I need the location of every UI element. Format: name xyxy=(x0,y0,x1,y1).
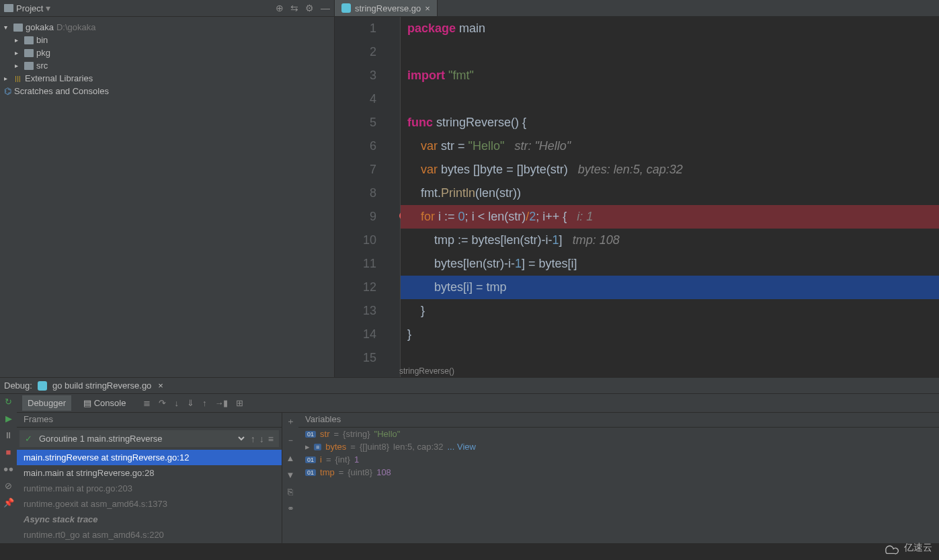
remove-watch-icon[interactable]: － xyxy=(286,434,295,446)
view-link[interactable]: ... View xyxy=(448,442,476,452)
prev-frame-icon[interactable]: ↑ xyxy=(251,434,255,444)
debug-config[interactable]: go build stringReverse.go xyxy=(52,381,151,391)
add-watch-icon[interactable]: ＋ xyxy=(286,415,295,428)
line-num[interactable]: 1 xyxy=(335,17,376,40)
variables-panel: ＋ － ▲ ▼ ⎘ ⚭ Variables 01str= {string} "H… xyxy=(282,413,939,543)
frame-row[interactable]: main.stringReverse at stringReverse.go:1… xyxy=(17,450,282,465)
project-dropdown-icon[interactable]: ▾ xyxy=(46,3,50,13)
mute-icon[interactable]: ⊘ xyxy=(5,481,12,491)
down-icon[interactable]: ▼ xyxy=(286,470,295,480)
expand-icon[interactable]: ▾ xyxy=(4,24,11,31)
frame-row[interactable]: runtime.goexit at asm_amd64.s:1373 xyxy=(17,496,282,512)
tree-item-bin[interactable]: ▸bin xyxy=(0,34,334,46)
force-step-icon[interactable]: ⇓ xyxy=(187,398,194,408)
rerun-icon[interactable]: ↻ xyxy=(5,397,12,407)
code[interactable]: package main import "fmt" func stringRev… xyxy=(401,17,939,377)
async-header: Async stack trace xyxy=(17,512,282,527)
var-row[interactable]: 01str= {string} "Hello" xyxy=(298,428,939,440)
scratches[interactable]: ⌬Scratches and Consoles xyxy=(0,85,334,97)
close-tab-icon[interactable]: × xyxy=(425,3,430,13)
project-sidebar: Project ▾ ⊕ ⇆ ⚙ — ▾ gokaka D:\gokaka ▸bi… xyxy=(0,0,335,377)
frames-panel: Frames ✓ Goroutine 1 main.stringReverse … xyxy=(17,413,282,543)
library-icon: ⫼ xyxy=(13,73,22,83)
line-num[interactable]: 11 xyxy=(335,252,376,276)
run-to-cursor-icon[interactable]: →▮ xyxy=(214,398,228,408)
step-into-icon[interactable]: ↷ xyxy=(159,398,166,408)
breadcrumb[interactable]: stringReverse() xyxy=(399,365,454,377)
up-icon[interactable]: ▲ xyxy=(286,453,295,463)
pin-icon[interactable]: 📌 xyxy=(3,497,14,508)
tree-root[interactable]: ▾ gokaka D:\gokaka xyxy=(0,21,334,34)
goroutine-selector[interactable]: ✓ Goroutine 1 main.stringReverse ↑ ↓ ≡ xyxy=(19,430,279,447)
debug-toolbar: ↻ ▶ ⏸ ■ ●● ⊘ 📌 xyxy=(0,394,17,543)
line-num[interactable]: 9 xyxy=(335,205,376,229)
var-row[interactable]: 01i= {int} 1 xyxy=(298,453,939,466)
debugger-tab[interactable]: Debugger xyxy=(22,395,71,411)
var-badge: 01 xyxy=(305,469,316,476)
goroutine-select[interactable]: Goroutine 1 main.stringReverse xyxy=(36,433,247,444)
expand-icon[interactable]: ▸ xyxy=(15,62,22,69)
line-num[interactable]: 4 xyxy=(335,87,376,111)
line-num[interactable]: 13 xyxy=(335,299,376,323)
line-num[interactable]: 7 xyxy=(335,158,376,182)
close-debug-icon[interactable]: × xyxy=(158,381,163,391)
debug-panel: ↻ ▶ ⏸ ■ ●● ⊘ 📌 Debugger ▤ Console ≣ ↷ ↓ … xyxy=(0,394,939,543)
vars-title: Variables xyxy=(298,413,939,428)
filter-icon[interactable]: ≡ xyxy=(268,434,274,444)
line-num[interactable]: 15 xyxy=(335,346,376,370)
pause-icon[interactable]: ⏸ xyxy=(4,430,13,440)
evaluate-icon[interactable]: ⊞ xyxy=(236,398,243,408)
project-tree: ▾ gokaka D:\gokaka ▸bin ▸pkg ▸src ▸⫼Exte… xyxy=(0,17,334,102)
frame-row[interactable]: runtime.main at proc.go:203 xyxy=(17,481,282,496)
expand-icon[interactable]: ▸ xyxy=(15,36,22,44)
breakpoints-icon[interactable]: ●● xyxy=(3,464,14,474)
frame-row[interactable]: runtime.rt0_go at asm_amd64.s:220 xyxy=(17,527,282,543)
line-num[interactable]: 14 xyxy=(335,323,376,346)
line-num[interactable]: 12 xyxy=(335,276,376,299)
vars-toolbar: ＋ － ▲ ▼ ⎘ ⚭ xyxy=(282,413,298,543)
stop-icon[interactable]: ■ xyxy=(6,447,11,457)
folder-icon xyxy=(24,62,34,70)
tree-item-pkg[interactable]: ▸pkg xyxy=(0,46,334,59)
locate-icon[interactable]: ⊕ xyxy=(276,3,284,13)
expand-icon[interactable]: ▸ xyxy=(15,49,22,56)
resume-icon[interactable]: ▶ xyxy=(5,413,12,424)
line-num[interactable]: 10 xyxy=(335,229,376,252)
gutter[interactable]: 1 2 3 4 5 6 7 8 9 10 11 12 13 14 15 xyxy=(335,17,389,377)
step-out-icon[interactable]: ↑ xyxy=(202,398,207,408)
line-num[interactable]: 6 xyxy=(335,134,376,158)
var-row[interactable]: ▸≡bytes= {[]uint8} len:5, cap:32... View xyxy=(298,440,939,453)
editor-tab[interactable]: stringReverse.go × xyxy=(335,0,438,16)
gear-icon[interactable]: ⚙ xyxy=(305,3,314,13)
scratch-icon: ⌬ xyxy=(4,86,11,96)
line-num[interactable]: 5 xyxy=(335,111,376,134)
frames-title: Frames xyxy=(17,413,282,428)
check-icon: ✓ xyxy=(25,434,32,444)
sidebar-header: Project ▾ ⊕ ⇆ ⚙ — xyxy=(0,0,334,17)
debug-tabs: Debugger ▤ Console ≣ ↷ ↓ ⇓ ↑ →▮ ⊞ xyxy=(17,394,939,413)
var-row[interactable]: 01tmp= {uint8} 108 xyxy=(298,466,939,479)
expand-icon[interactable]: ▸ xyxy=(4,75,11,82)
copy-icon[interactable]: ⎘ xyxy=(288,487,293,497)
root-path: D:\gokaka xyxy=(56,22,96,32)
frame-row[interactable]: main.main at stringReverse.go:28 xyxy=(17,465,282,481)
step-in-icon[interactable]: ↓ xyxy=(174,398,179,408)
debug-bar: Debug: go build stringReverse.go × xyxy=(0,377,939,394)
external-libraries[interactable]: ▸⫼External Libraries xyxy=(0,72,334,85)
link-icon[interactable]: ⚭ xyxy=(287,504,294,514)
folder-icon xyxy=(24,49,34,57)
root-name: gokaka xyxy=(26,22,54,32)
line-num[interactable]: 2 xyxy=(335,40,376,64)
code-area[interactable]: 1 2 3 4 5 6 7 8 9 10 11 12 13 14 15 pack… xyxy=(335,17,939,377)
expand-icon[interactable]: ▸ xyxy=(305,442,310,452)
editor: stringReverse.go × 1 2 3 4 5 6 7 8 9 10 … xyxy=(335,0,939,377)
next-frame-icon[interactable]: ↓ xyxy=(259,434,264,444)
line-num[interactable]: 8 xyxy=(335,182,376,205)
console-tab[interactable]: ▤ Console xyxy=(78,395,131,411)
line-num[interactable]: 3 xyxy=(335,64,376,87)
collapse-icon[interactable]: ⇆ xyxy=(290,3,298,13)
hide-icon[interactable]: — xyxy=(321,3,330,13)
step-over-icon[interactable]: ≣ xyxy=(143,398,151,408)
editor-tabbar: stringReverse.go × xyxy=(335,0,939,17)
tree-item-src[interactable]: ▸src xyxy=(0,59,334,72)
